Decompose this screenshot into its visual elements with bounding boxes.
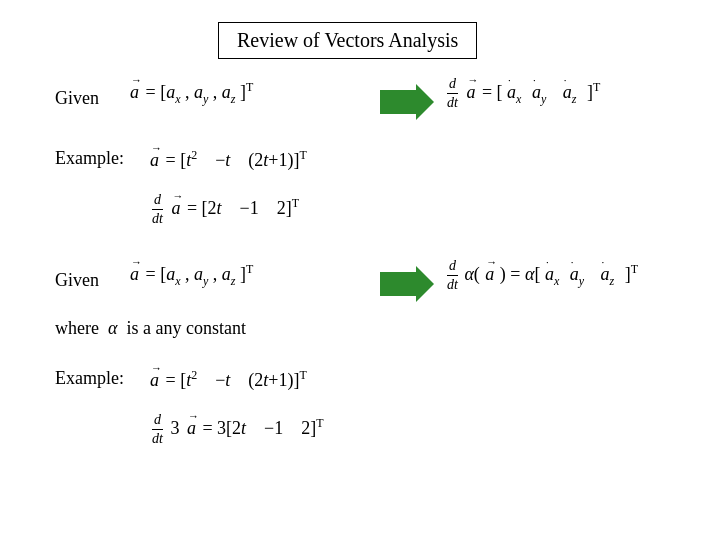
arrow2 (380, 264, 434, 309)
example2-formula2: d dt 3 → a = 3[2t −1 2]T (150, 412, 324, 447)
given2-result: d dt α( → a ) = α[ · ax · ay · az ]T (445, 258, 638, 293)
svg-marker-0 (380, 84, 434, 120)
given1-result: d dt → a = [ · ax · ay · az ]T (445, 76, 600, 111)
example1-formula2: d dt → a = [2t −1 2]T (150, 192, 299, 227)
example2-formula1: → a = [t2 −t (2t+1)]T (150, 368, 307, 391)
example2-label: Example: (55, 368, 124, 389)
page-container: Review of Vectors Analysis Given → a = [… (0, 0, 720, 540)
svg-marker-1 (380, 266, 434, 302)
page-title: Review of Vectors Analysis (218, 22, 477, 59)
given1-label: Given (55, 88, 99, 109)
given2-formula: → a = [ax , ay , az ]T (130, 262, 253, 289)
where-alpha-text: where α is a any constant (55, 318, 246, 339)
given1-formula: → a = [ax , ay , az ]T (130, 80, 253, 107)
example1-label: Example: (55, 148, 124, 169)
arrow1 (380, 82, 434, 127)
given2-label: Given (55, 270, 99, 291)
example1-formula1: → a = [t2 −t (2t+1)]T (150, 148, 307, 171)
